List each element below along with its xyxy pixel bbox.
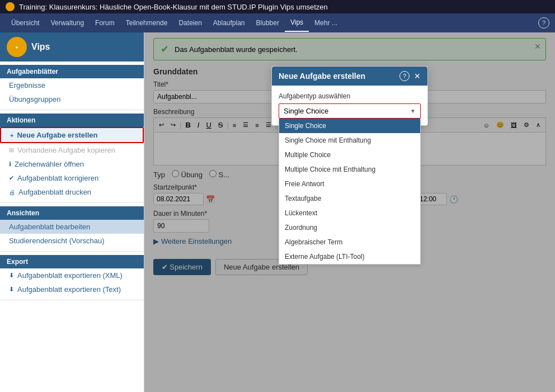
copy-icon: ⊞ xyxy=(9,147,14,154)
chevron-down-icon: ▼ xyxy=(410,108,416,114)
sidebar-label: Aufgabenblatt bearbeiten xyxy=(9,223,90,231)
selected-value: Single Choice xyxy=(284,107,328,115)
dropdown-item-textaufgabe[interactable]: Textaufgabe xyxy=(279,191,420,206)
sidebar-item-neue-aufgabe[interactable]: + Neue Aufgabe erstellen xyxy=(0,127,144,143)
modal-help-icon[interactable]: ? xyxy=(399,71,410,81)
download-icon: ⬇ xyxy=(9,286,14,293)
section-title-export: Export xyxy=(0,255,144,268)
plus-icon: + xyxy=(10,132,13,139)
sidebar-logo: ● xyxy=(7,37,27,57)
download-icon: ⬇ xyxy=(9,272,14,279)
main-layout: ● Vips Aufgabenblätter Ergebnisse Übungs… xyxy=(0,32,555,392)
sidebar-label: Aufgabenblatt exportieren (Text) xyxy=(17,285,121,294)
nav-vips[interactable]: Vips xyxy=(285,14,309,32)
nav-bar: Übersicht Verwaltung Forum Teilnehmende … xyxy=(0,13,555,32)
page-title: Training: Klausurenkurs: Häusliche Open-… xyxy=(19,3,328,11)
dropdown-item-externe-aufgabe[interactable]: Externe Aufgabe (LTI-Tool) xyxy=(279,249,420,264)
sidebar-item-korrigieren[interactable]: ✔ Aufgabenblatt korrigieren xyxy=(0,171,144,185)
sidebar-item-export-text[interactable]: ⬇ Aufgabenblatt exportieren (Text) xyxy=(0,282,144,296)
sidebar-section-ansichten: Ansichten Aufgabenblatt bearbeiten Studi… xyxy=(0,203,144,252)
dropdown-item-single-choice[interactable]: Single Choice xyxy=(279,119,420,133)
section-title-aufgabenblaetter: Aufgabenblätter xyxy=(0,65,144,78)
sidebar-item-drucken[interactable]: 🖨 Aufgabenblatt drucken xyxy=(0,185,144,199)
section-title-aktionen: Aktionen xyxy=(0,114,144,127)
print-icon: 🖨 xyxy=(9,189,15,196)
nav-forum[interactable]: Forum xyxy=(90,15,120,31)
sidebar-label: Studierendensicht (Vorschau) xyxy=(9,237,105,245)
sidebar-label: Aufgabenblatt korrigieren xyxy=(17,174,98,182)
modal-header: Neue Aufgabe erstellen ? ✕ xyxy=(272,67,427,86)
sidebar-label: Übungsgruppen xyxy=(9,95,61,103)
dropdown-item-single-choice-enthaltung[interactable]: Single Choice mit Enthaltung xyxy=(279,133,420,148)
nav-dateien[interactable]: Dateien xyxy=(173,15,207,31)
sidebar-item-vorschau[interactable]: Studierendensicht (Vorschau) xyxy=(0,234,144,248)
sidebar-label: Zeichenwähler öffnen xyxy=(15,160,84,168)
nav-ablaufplan[interactable]: Ablaufplan xyxy=(208,15,251,31)
dropdown-item-luckentext[interactable]: Lückentext xyxy=(279,206,420,220)
sidebar-item-ergebnisse[interactable]: Ergebnisse xyxy=(0,78,144,92)
content-area: ✔ Das Aufgabenblatt wurde gespeichert. ✕… xyxy=(144,32,555,392)
sidebar-item-ubungsgruppen[interactable]: Übungsgruppen xyxy=(0,92,144,106)
modal-overlay[interactable]: Neue Aufgabe erstellen ? ✕ Aufgabentyp a… xyxy=(144,32,555,392)
sidebar-section-aufgabenblaetter: Aufgabenblätter Ergebnisse Übungsgruppen xyxy=(0,62,144,110)
dropdown-item-freie-antwort[interactable]: Freie Antwort xyxy=(279,177,420,191)
top-bar: Training: Klausurenkurs: Häusliche Open-… xyxy=(0,0,555,13)
modal-close-button[interactable]: ✕ xyxy=(414,72,421,81)
app-icon xyxy=(6,2,15,11)
modal-body: Aufgabentyp auswählen Single Choice ▼ Si… xyxy=(272,86,427,125)
sidebar: ● Vips Aufgabenblätter Ergebnisse Übungs… xyxy=(0,32,144,392)
sidebar-section-export: Export ⬇ Aufgabenblatt exportieren (XML)… xyxy=(0,252,144,300)
aufgabentyp-dropdown: Single Choice ▼ Single Choice Single Cho… xyxy=(279,103,421,119)
modal-header-icons: ? ✕ xyxy=(399,71,421,81)
dropdown-item-algebraischer-term[interactable]: Algebraischer Term xyxy=(279,235,420,249)
sidebar-label: Aufgabenblatt exportieren (XML) xyxy=(17,271,123,280)
sidebar-title: Vips xyxy=(31,42,50,52)
nav-ubersicht[interactable]: Übersicht xyxy=(6,15,45,31)
sidebar-item-export-xml[interactable]: ⬇ Aufgabenblatt exportieren (XML) xyxy=(0,268,144,282)
modal-neue-aufgabe: Neue Aufgabe erstellen ? ✕ Aufgabentyp a… xyxy=(271,66,428,126)
nav-mehr[interactable]: Mehr ... xyxy=(309,15,343,31)
check-icon: ✔ xyxy=(9,174,14,182)
info-icon: ℹ xyxy=(9,160,11,168)
sidebar-label: Neue Aufgabe erstellen xyxy=(17,131,97,139)
sidebar-label: Ergebnisse xyxy=(9,81,45,89)
nav-blubber[interactable]: Blubber xyxy=(251,15,285,31)
modal-title: Neue Aufgabe erstellen xyxy=(279,72,365,81)
sidebar-item-kopieren: ⊞ Vorhandene Aufgabe kopieren xyxy=(0,143,144,157)
dropdown-item-multiple-choice-enthaltung[interactable]: Multiple Choice mit Enthaltung xyxy=(279,162,420,177)
dropdown-select-button[interactable]: Single Choice ▼ xyxy=(279,103,421,119)
sidebar-section-aktionen: Aktionen + Neue Aufgabe erstellen ⊞ Vorh… xyxy=(0,110,144,203)
aufgabentyp-label: Aufgabentyp auswählen xyxy=(279,92,421,100)
help-button[interactable]: ? xyxy=(538,17,549,29)
sidebar-item-bearbeiten[interactable]: Aufgabenblatt bearbeiten xyxy=(0,220,144,234)
dropdown-item-zuordnung[interactable]: Zuordnung xyxy=(279,220,420,235)
sidebar-label: Aufgabenblatt drucken xyxy=(18,188,91,196)
nav-teilnehmende[interactable]: Teilnehmende xyxy=(120,15,173,31)
nav-verwaltung[interactable]: Verwaltung xyxy=(45,15,90,31)
sidebar-header: ● Vips xyxy=(0,32,144,62)
sidebar-label: Vorhandene Aufgabe kopieren xyxy=(17,146,115,154)
dropdown-list: Single Choice Single Choice mit Enthaltu… xyxy=(279,119,421,265)
sidebar-item-zeichenwahler[interactable]: ℹ Zeichenwähler öffnen xyxy=(0,157,144,171)
dropdown-item-multiple-choice[interactable]: Multiple Choice xyxy=(279,148,420,162)
section-title-ansichten: Ansichten xyxy=(0,206,144,220)
